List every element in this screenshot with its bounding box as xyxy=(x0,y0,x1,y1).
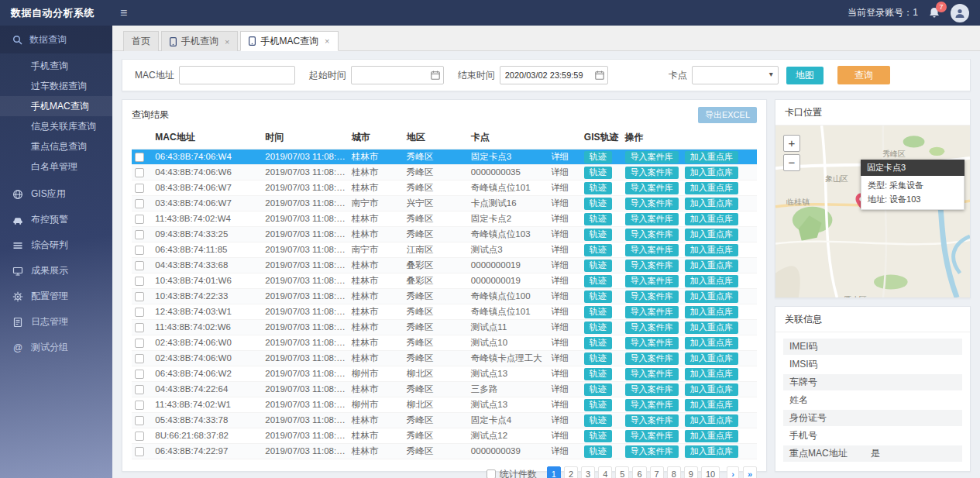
detail-link[interactable]: 详细 xyxy=(551,198,569,208)
detail-link[interactable]: 详细 xyxy=(551,167,569,177)
map[interactable]: + − 固定卡点3 类型: 采集设备 地址: 设备103 xyxy=(775,126,970,297)
page-button[interactable]: 6 xyxy=(632,466,646,478)
detail-link[interactable]: 详细 xyxy=(551,338,569,347)
row-checkbox[interactable] xyxy=(135,401,144,410)
track-button[interactable]: 轨迹 xyxy=(584,414,612,427)
add-key-button[interactable]: 加入重点库 xyxy=(685,275,738,287)
track-button[interactable]: 轨迹 xyxy=(584,352,612,365)
import-case-button[interactable]: 导入案件库 xyxy=(625,198,679,210)
page-button[interactable]: 5 xyxy=(615,466,629,478)
row-checkbox[interactable] xyxy=(135,199,144,208)
add-key-button[interactable]: 加入重点库 xyxy=(685,182,738,194)
tab[interactable]: 手机查询× xyxy=(161,31,238,51)
row-checkbox[interactable] xyxy=(135,339,144,348)
table-row[interactable]: 10:43:8B:74:01:W6 2019/07/03 11:08:36 桂林… xyxy=(132,273,757,289)
sidebar-item[interactable]: 成果展示 xyxy=(0,258,112,284)
detail-link[interactable]: 详细 xyxy=(551,369,569,378)
sidebar-subitem[interactable]: 手机查询 xyxy=(0,56,112,76)
import-case-button[interactable]: 导入案件库 xyxy=(625,430,679,442)
detail-link[interactable]: 详细 xyxy=(551,431,569,440)
track-button[interactable]: 轨迹 xyxy=(584,198,612,210)
track-button[interactable]: 轨迹 xyxy=(584,383,612,396)
page-button[interactable]: 7 xyxy=(650,466,664,478)
sidebar-item[interactable]: 布控预警 xyxy=(0,207,112,232)
sidebar-item[interactable]: GIS应用 xyxy=(0,181,112,207)
import-case-button[interactable]: 导入案件库 xyxy=(625,213,679,225)
sidebar-subitem[interactable]: 白名单管理 xyxy=(0,156,112,177)
row-checkbox[interactable] xyxy=(135,246,144,255)
track-button[interactable]: 轨迹 xyxy=(584,229,612,241)
track-button[interactable]: 轨迹 xyxy=(584,291,612,303)
track-button[interactable]: 轨迹 xyxy=(584,182,612,194)
detail-link[interactable]: 详细 xyxy=(551,384,569,394)
sidebar-item-data-query[interactable]: 数据查询 xyxy=(0,26,112,53)
table-row[interactable]: 05:43:8B:74:33:78 2019/07/03 11:08:19 桂林… xyxy=(132,413,757,428)
add-key-button[interactable]: 加入重点库 xyxy=(685,167,738,179)
add-key-button[interactable]: 加入重点库 xyxy=(685,229,738,241)
add-key-button[interactable]: 加入重点库 xyxy=(685,368,738,380)
import-case-button[interactable]: 导入案件库 xyxy=(625,322,679,334)
track-button[interactable]: 轨迹 xyxy=(584,445,612,458)
tab-close-icon[interactable]: × xyxy=(325,36,329,46)
row-checkbox[interactable] xyxy=(135,230,144,239)
table-row[interactable]: 11:43:8B:74:02:W6 2019/07/03 11:08:28 桂林… xyxy=(132,320,757,335)
page-button[interactable]: 8 xyxy=(667,466,681,478)
sidebar-subitem[interactable]: 手机MAC查询 xyxy=(0,96,112,116)
import-case-button[interactable]: 导入案件库 xyxy=(625,244,679,256)
detail-link[interactable]: 详细 xyxy=(551,183,569,192)
import-case-button[interactable]: 导入案件库 xyxy=(625,445,679,458)
import-case-button[interactable]: 导入案件库 xyxy=(625,337,679,349)
detail-link[interactable]: 详细 xyxy=(551,353,569,363)
table-row[interactable]: 03:43:8B:74:06:W7 2019/07/03 11:08:46 南宁… xyxy=(132,196,757,211)
import-case-button[interactable]: 导入案件库 xyxy=(625,229,679,241)
track-button[interactable]: 轨迹 xyxy=(584,167,612,179)
add-key-button[interactable]: 加入重点库 xyxy=(685,352,738,365)
add-key-button[interactable]: 加入重点库 xyxy=(685,213,738,225)
table-row[interactable]: 04:43:8B:74:06:W6 2019/07/03 11:08:49 桂林… xyxy=(132,165,757,181)
row-checkbox[interactable] xyxy=(135,184,144,193)
import-case-button[interactable]: 导入案件库 xyxy=(625,182,679,194)
add-key-button[interactable]: 加入重点库 xyxy=(685,399,738,411)
add-key-button[interactable]: 加入重点库 xyxy=(685,445,738,458)
page-button[interactable]: 9 xyxy=(684,466,698,478)
add-key-button[interactable]: 加入重点库 xyxy=(685,383,738,396)
detail-link[interactable]: 详细 xyxy=(551,400,569,409)
table-row[interactable]: 06:43:8B:74:06:W4 2019/07/03 11:08:50 桂林… xyxy=(132,150,757,165)
avatar[interactable] xyxy=(951,4,969,22)
row-checkbox[interactable] xyxy=(135,215,144,224)
detail-link[interactable]: 详细 xyxy=(551,291,569,301)
row-checkbox[interactable] xyxy=(135,153,144,162)
zoom-out-button[interactable]: − xyxy=(783,154,800,171)
import-case-button[interactable]: 导入案件库 xyxy=(625,275,679,287)
checkpoint-select[interactable]: ▾ xyxy=(692,66,779,84)
stat-checkbox[interactable] xyxy=(487,469,496,478)
page-button[interactable]: 10 xyxy=(701,466,720,478)
table-row[interactable]: 11:43:8B:74:02:W1 2019/07/03 11:08:22 柳州… xyxy=(132,397,757,413)
add-key-button[interactable]: 加入重点库 xyxy=(685,322,738,334)
import-case-button[interactable]: 导入案件库 xyxy=(625,151,679,163)
table-row[interactable]: 10:43:8B:74:22:33 2019/07/03 11:08:32 桂林… xyxy=(132,289,757,304)
detail-link[interactable]: 详细 xyxy=(551,214,569,223)
hamburger-icon[interactable]: ≡ xyxy=(120,7,127,19)
detail-link[interactable]: 详细 xyxy=(551,276,569,285)
tab[interactable]: 首页 xyxy=(123,31,159,51)
detail-link[interactable]: 详细 xyxy=(551,307,569,316)
table-row[interactable]: 8U:66:21:68:37:82 2019/07/03 11:08:18 桂林… xyxy=(132,428,757,444)
row-checkbox[interactable] xyxy=(135,261,144,270)
detail-link[interactable]: 详细 xyxy=(551,446,569,456)
table-row[interactable]: 09:43:8B:74:33:25 2019/07/03 11:08:42 桂林… xyxy=(132,227,757,242)
import-case-button[interactable]: 导入案件库 xyxy=(625,383,679,396)
notifications-button[interactable]: 7 xyxy=(929,7,940,19)
table-row[interactable]: 04:43:8B:74:33:68 2019/07/03 11:08:37 桂林… xyxy=(132,258,757,273)
detail-link[interactable]: 详细 xyxy=(551,245,569,254)
table-row[interactable]: 04:43:8B:74:22:64 2019/07/03 11:08:23 桂林… xyxy=(132,382,757,397)
import-case-button[interactable]: 导入案件库 xyxy=(625,399,679,411)
track-button[interactable]: 轨迹 xyxy=(584,306,612,318)
import-case-button[interactable]: 导入案件库 xyxy=(625,167,679,179)
row-checkbox[interactable] xyxy=(135,308,144,317)
track-button[interactable]: 轨迹 xyxy=(584,275,612,287)
track-button[interactable]: 轨迹 xyxy=(584,368,612,380)
row-checkbox[interactable] xyxy=(135,354,144,363)
table-row[interactable]: 08:43:8B:74:06:W7 2019/07/03 11:08:48 桂林… xyxy=(132,181,757,196)
row-checkbox[interactable] xyxy=(135,292,144,301)
